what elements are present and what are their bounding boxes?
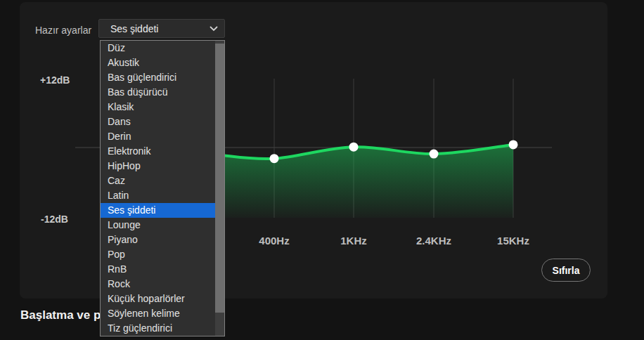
dropdown-option[interactable]: Caz <box>101 174 215 188</box>
chevron-down-icon <box>210 26 218 32</box>
eq-band-handle[interactable] <box>509 140 518 149</box>
dropdown-option[interactable]: Küçük hoparlörler <box>101 292 215 306</box>
dropdown-option[interactable]: Elektronik <box>101 144 215 159</box>
dropdown-option[interactable]: Söylenen kelime <box>101 306 215 321</box>
dropdown-option[interactable]: Bas güçlendirici <box>101 70 215 85</box>
listbox-scrollbar[interactable] <box>215 41 224 336</box>
freq-label-400hz: 400Hz <box>259 235 289 247</box>
next-section-heading: Başlatma ve p <box>20 308 101 322</box>
preset-label: Hazır ayarlar <box>35 25 91 36</box>
dropdown-option[interactable]: Lounge <box>101 218 215 233</box>
scrollbar-thumb[interactable] <box>215 44 224 313</box>
axis-label-plus12db: +12dB <box>40 74 70 86</box>
dropdown-option[interactable]: RnB <box>101 262 215 277</box>
eq-band-handle[interactable] <box>430 150 439 159</box>
dropdown-option[interactable]: Derin <box>101 129 215 144</box>
preset-listbox: DüzAkustikBas güçlendiriciBas düşürücüKl… <box>100 40 225 336</box>
dropdown-option[interactable]: Ses şiddeti <box>101 203 215 218</box>
freq-label-15khz: 15KHz <box>497 235 529 247</box>
dropdown-option[interactable]: Dans <box>101 115 215 129</box>
dropdown-option[interactable]: Akustik <box>101 55 215 70</box>
preset-options: DüzAkustikBas güçlendiriciBas düşürücüKl… <box>101 41 215 336</box>
eq-band-handle[interactable] <box>270 154 279 163</box>
reset-button[interactable]: Sıfırla <box>541 259 591 282</box>
dropdown-option[interactable]: Bas düşürücü <box>101 85 215 100</box>
dropdown-option[interactable]: HipHop <box>101 159 215 174</box>
eq-curve-fill <box>219 145 513 218</box>
settings-page: Başlatma ve p Hazır ayarlar +12dB -12dB … <box>0 0 644 340</box>
freq-label-1khz: 1KHz <box>340 235 367 247</box>
preset-select-value: Ses şiddeti <box>99 23 210 34</box>
dropdown-option[interactable]: Klasik <box>101 100 215 115</box>
freq-label-2-4khz: 2.4KHz <box>416 235 451 247</box>
dropdown-option[interactable]: Düz <box>101 41 215 55</box>
eq-band-handle[interactable] <box>349 143 359 152</box>
dropdown-option[interactable]: Latin <box>101 188 215 203</box>
axis-label-minus12db: -12dB <box>41 214 68 225</box>
preset-select[interactable]: Ses şiddeti <box>98 19 225 38</box>
dropdown-option[interactable]: Pop <box>101 247 215 262</box>
dropdown-option[interactable]: Tiz güçlendirici <box>101 321 215 336</box>
dropdown-option[interactable]: Rock <box>101 277 215 292</box>
dropdown-option[interactable]: Piyano <box>101 233 215 247</box>
